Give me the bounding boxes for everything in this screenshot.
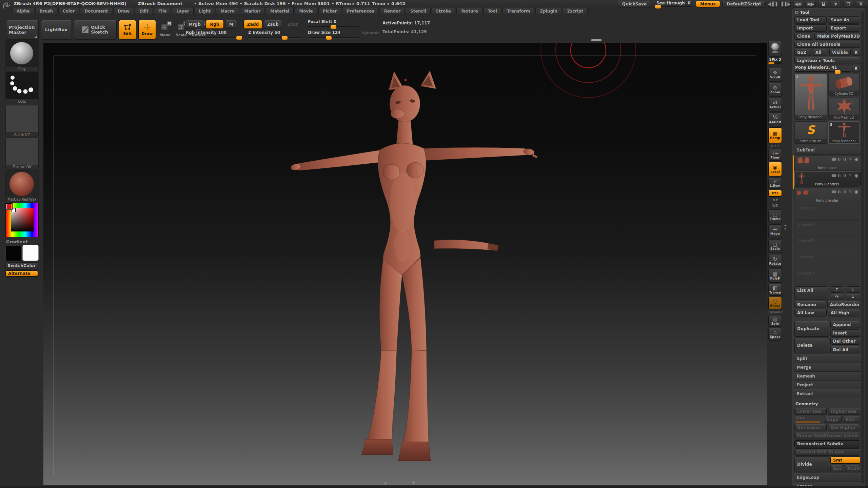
tool-palette-scrollbar[interactable]	[861, 11, 864, 484]
subtool-section-header[interactable]: SubTool	[794, 146, 864, 155]
aahalf-button[interactable]: ½AAHalf	[768, 113, 782, 126]
subtool-down-button[interactable]: ↓	[846, 286, 860, 292]
menu-zplugin[interactable]: Zplugin	[535, 7, 561, 15]
list-all-button[interactable]: List All	[794, 286, 828, 300]
reconstruct-subdiv-button[interactable]: Reconstruct Subdiv	[794, 440, 860, 447]
move3d-button[interactable]: ↔Move	[768, 224, 782, 238]
edgeloop-section[interactable]: EdgeLoop	[794, 473, 864, 482]
see-through-handle[interactable]	[655, 4, 661, 9]
m-button[interactable]: M	[225, 20, 237, 29]
local-button[interactable]: ◉Local	[768, 162, 782, 176]
subtool-row-horse-base[interactable]: ●●◐◑✎◉ horse base	[794, 155, 860, 171]
visibility-eye-icon[interactable]: ◉	[854, 173, 858, 178]
suv-button[interactable]: Suv	[830, 465, 843, 472]
split-section[interactable]: Split	[794, 354, 864, 363]
subtool-up-button[interactable]: ↑	[830, 286, 844, 292]
uv-icon[interactable]: ◐	[837, 189, 841, 194]
polypaint-icon[interactable]: ●●	[831, 157, 835, 161]
append-button[interactable]: Append	[830, 321, 860, 328]
active-tool-slider[interactable]: Pony Blender1. 41	[794, 65, 851, 73]
document-canvas[interactable]: ▲▼	[43, 43, 767, 485]
all-high-button[interactable]: All High	[828, 309, 860, 316]
paint-icon[interactable]: ✎	[849, 157, 852, 161]
menu-brush[interactable]: Brush	[35, 7, 57, 15]
menu-transform[interactable]: Transform	[502, 7, 534, 15]
menu-draw[interactable]: Draw	[113, 7, 134, 15]
clone-all-subtools-button[interactable]: Clone All SubTools	[794, 41, 860, 48]
del-higher-button[interactable]: Del Higher	[828, 424, 860, 431]
del-all-button[interactable]: Del All	[830, 346, 860, 353]
export-button[interactable]: Export	[828, 24, 860, 32]
menu-marker[interactable]: Marker	[240, 7, 265, 15]
tool-palette-header[interactable]: Tool	[794, 9, 860, 15]
menus-button[interactable]: Menus	[696, 1, 720, 7]
spix-slider[interactable]: SPix 3	[768, 58, 782, 66]
menu-tool[interactable]: Tool	[484, 7, 501, 15]
delete-button[interactable]: Delete	[794, 338, 829, 353]
tray-divider[interactable]: ▸ ▸	[784, 43, 788, 485]
main-color-swatch[interactable]	[5, 245, 22, 261]
z-intensity-handle[interactable]	[281, 36, 288, 40]
paint-icon[interactable]: ✎	[849, 173, 852, 178]
actual-button[interactable]: x1Actual	[768, 98, 782, 111]
subtool-row-unused-4[interactable]: Unused 4	[794, 220, 860, 236]
polypaint-icon[interactable]: ●●	[831, 173, 835, 178]
sdiv-slider[interactable]: SDiv	[794, 416, 823, 423]
color-picker[interactable]	[5, 203, 39, 237]
menu-light[interactable]: Light	[195, 7, 215, 15]
brush-thumbnail[interactable]: Clay	[5, 40, 39, 72]
zoom-button[interactable]: ⊙Zoom	[768, 83, 782, 96]
paint-icon[interactable]: ✎	[849, 189, 852, 194]
canvas-h-scroll-handle[interactable]	[591, 39, 601, 41]
transp-button[interactable]: ◧Transp	[768, 284, 782, 296]
gradient-label[interactable]: Gradient	[6, 239, 28, 244]
scale3d-button[interactable]: ◱Scale	[768, 239, 782, 253]
shade-icon[interactable]: ◑	[843, 189, 847, 194]
material-thumbnail[interactable]: MatCap Red Wax	[5, 170, 39, 202]
current-color-swatch[interactable]	[6, 204, 12, 209]
active-tool-thumbnail[interactable]: 2 Pony Blender1	[794, 74, 827, 120]
zcut-button[interactable]: Zcut	[283, 20, 302, 29]
xpose-button[interactable]: ∴Xpose	[768, 328, 782, 340]
menu-layer[interactable]: Layer	[172, 7, 193, 15]
tool-r-button[interactable]: R	[852, 65, 860, 72]
lightbox-tools-button[interactable]: Lightbox ▸ Tools	[794, 57, 860, 64]
tray-left-icon[interactable]: ◀❚❚	[768, 1, 778, 7]
goz-r-button[interactable]: R	[852, 49, 860, 56]
project-section[interactable]: Project	[794, 381, 864, 389]
menu-stencil[interactable]: Stencil	[406, 7, 430, 15]
subtool-row-unused-7[interactable]: Unused 7	[794, 269, 860, 285]
menu-macro[interactable]: Macro	[216, 7, 239, 15]
clone-button[interactable]: Clone	[794, 33, 813, 40]
bpr-button[interactable]: BPR	[768, 41, 782, 56]
del-lower-button[interactable]: Del Lower	[794, 424, 827, 431]
make-polymesh3d-button[interactable]: Make PolyMesh3D	[814, 33, 860, 40]
draw-button[interactable]: Draw	[138, 20, 156, 39]
menu-preferences[interactable]: Preferences	[342, 7, 378, 15]
lower-res-button[interactable]: Lower Res	[794, 408, 827, 415]
menu-zscript[interactable]: Zscript	[563, 7, 588, 15]
del-other-button[interactable]: Del Other	[830, 338, 860, 345]
z-intensity-slider[interactable]: Z Intensity 50	[248, 30, 302, 38]
subtool-row-pony-blender1[interactable]: ●●◐◑✎◉ Pony Blender1	[794, 171, 860, 187]
switchcolor-button[interactable]: SwitchColor	[5, 262, 38, 269]
convert-bpr-button[interactable]: Convert BPR To Geo	[794, 448, 860, 455]
menu-render[interactable]: Render	[380, 7, 405, 15]
pony-blender1-thumbnail[interactable]: 3 Pony Blender1	[828, 121, 860, 144]
palette-dock-right-icon[interactable]: ▣▶	[806, 1, 816, 7]
menu-color[interactable]: Color	[58, 7, 79, 15]
uv-icon[interactable]: ◐	[837, 157, 841, 161]
edit-button[interactable]: Edit	[119, 20, 136, 39]
quick-sketch-button[interactable]: Quick Sketch	[74, 20, 117, 39]
secondary-color-swatch[interactable]	[22, 245, 39, 261]
polyf-button[interactable]: ▦PolyF	[768, 269, 782, 283]
insert-button[interactable]: Insert	[830, 329, 860, 337]
zsub-button[interactable]: Zsub	[264, 20, 282, 29]
rgb-intensity-slider[interactable]: Rgb Intensity 100	[186, 30, 244, 38]
close-button[interactable]: X	[856, 1, 866, 7]
alpha-thumbnail[interactable]: Alpha Off	[5, 105, 39, 137]
palette-dock-left-icon[interactable]: ◀▣	[793, 1, 803, 7]
load-tool-button[interactable]: Load Tool	[794, 16, 827, 23]
projection-master-button[interactable]: Projection Master	[6, 20, 39, 39]
menu-movie[interactable]: Movie	[295, 7, 317, 15]
